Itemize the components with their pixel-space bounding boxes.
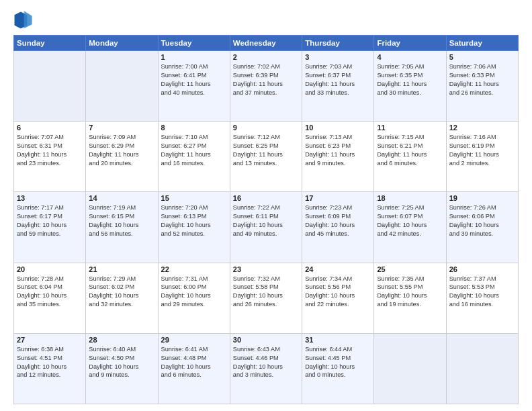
day-number: 2 <box>233 53 299 61</box>
cell-info-line: Sunset: 6:13 PM <box>161 212 227 221</box>
cell-info-line: and 2 minutes. <box>449 159 515 168</box>
cell-info-line: and 45 minutes. <box>305 230 371 238</box>
cell-info-line: and 22 minutes. <box>305 300 371 309</box>
cell-info-line: Sunset: 4:51 PM <box>17 354 83 363</box>
cell-info-line: Daylight: 11 hours <box>161 80 227 89</box>
day-number: 10 <box>305 124 371 132</box>
cell-info-line: and 56 minutes. <box>89 230 154 238</box>
calendar-cell: 13Sunrise: 7:17 AMSunset: 6:17 PMDayligh… <box>14 192 86 263</box>
day-number: 19 <box>449 194 515 202</box>
cell-info-line: and 26 minutes. <box>449 89 515 97</box>
cell-info-line: Daylight: 10 hours <box>89 363 154 371</box>
cell-info-line: Sunrise: 7:05 AM <box>377 62 443 71</box>
cell-info-line: Daylight: 11 hours <box>377 150 443 159</box>
cell-info-line: Daylight: 10 hours <box>89 221 154 230</box>
calendar-cell: 20Sunrise: 7:28 AMSunset: 6:04 PMDayligh… <box>14 263 86 333</box>
cell-info-line: Sunset: 6:41 PM <box>161 71 227 80</box>
day-number: 6 <box>17 124 83 132</box>
calendar-cell: 29Sunrise: 6:41 AMSunset: 4:48 PMDayligh… <box>158 333 230 404</box>
cell-info-line: and 52 minutes. <box>161 230 227 238</box>
calendar-cell: 14Sunrise: 7:19 AMSunset: 6:15 PMDayligh… <box>86 192 158 263</box>
cell-info-line: Daylight: 11 hours <box>449 150 515 159</box>
day-number: 31 <box>305 336 371 344</box>
cell-info-line: Daylight: 10 hours <box>17 291 83 300</box>
cell-info-line: Sunrise: 6:41 AM <box>161 345 227 354</box>
cell-info-line: Sunrise: 7:29 AM <box>89 275 154 283</box>
cell-info-line: and 42 minutes. <box>377 230 443 238</box>
calendar-cell: 4Sunrise: 7:05 AMSunset: 6:35 PMDaylight… <box>374 51 446 122</box>
cell-info-line: Sunrise: 6:43 AM <box>233 345 299 354</box>
day-number: 17 <box>305 194 371 202</box>
calendar-cell: 30Sunrise: 6:43 AMSunset: 4:46 PMDayligh… <box>230 333 302 404</box>
cell-info-line: Sunrise: 7:31 AM <box>161 275 227 283</box>
day-number: 13 <box>17 194 83 202</box>
cell-info-line: Daylight: 10 hours <box>305 291 371 300</box>
day-number: 8 <box>161 124 227 132</box>
cell-info-line: and 37 minutes. <box>233 89 299 97</box>
cell-info-line: Sunset: 4:50 PM <box>89 354 154 363</box>
cell-info-line: Daylight: 10 hours <box>233 291 299 300</box>
cell-info-line: Daylight: 10 hours <box>377 291 443 300</box>
calendar-header-monday: Monday <box>86 36 158 51</box>
calendar-cell: 3Sunrise: 7:03 AMSunset: 6:37 PMDaylight… <box>302 51 374 122</box>
calendar-cell: 8Sunrise: 7:10 AMSunset: 6:27 PMDaylight… <box>158 122 230 192</box>
calendar-cell: 27Sunrise: 6:38 AMSunset: 4:51 PMDayligh… <box>14 333 86 404</box>
calendar-week-row: 1Sunrise: 7:00 AMSunset: 6:41 PMDaylight… <box>14 51 519 122</box>
calendar-cell: 25Sunrise: 7:35 AMSunset: 5:55 PMDayligh… <box>374 263 446 333</box>
cell-info-line: Sunset: 4:48 PM <box>161 354 227 363</box>
cell-info-line: Sunset: 5:53 PM <box>449 283 515 291</box>
cell-info-line: Sunset: 6:07 PM <box>377 212 443 221</box>
day-number: 28 <box>89 336 154 344</box>
calendar-cell: 19Sunrise: 7:26 AMSunset: 6:06 PMDayligh… <box>446 192 518 263</box>
cell-info-line: Daylight: 10 hours <box>449 291 515 300</box>
cell-info-line: Sunrise: 7:19 AM <box>89 203 154 212</box>
cell-info-line: Daylight: 11 hours <box>161 150 227 159</box>
calendar-week-row: 27Sunrise: 6:38 AMSunset: 4:51 PMDayligh… <box>14 333 519 404</box>
cell-info-line: Sunset: 6:19 PM <box>449 142 515 150</box>
cell-info-line: Daylight: 10 hours <box>305 363 371 371</box>
cell-info-line: Sunset: 6:23 PM <box>305 142 371 150</box>
cell-info-line: Sunset: 6:29 PM <box>89 142 154 150</box>
calendar-header-wednesday: Wednesday <box>230 36 302 51</box>
cell-info-line: and 40 minutes. <box>161 89 227 97</box>
day-number: 27 <box>17 336 83 344</box>
day-number: 24 <box>305 265 371 273</box>
logo <box>13 11 35 30</box>
calendar-cell: 31Sunrise: 6:44 AMSunset: 4:45 PMDayligh… <box>302 333 374 404</box>
cell-info-line: Sunrise: 7:09 AM <box>89 133 154 142</box>
calendar-week-row: 20Sunrise: 7:28 AMSunset: 6:04 PMDayligh… <box>14 263 519 333</box>
cell-info-line: Daylight: 10 hours <box>17 363 83 371</box>
cell-info-line: Sunset: 6:27 PM <box>161 142 227 150</box>
calendar-cell: 11Sunrise: 7:15 AMSunset: 6:21 PMDayligh… <box>374 122 446 192</box>
calendar-cell: 18Sunrise: 7:25 AMSunset: 6:07 PMDayligh… <box>374 192 446 263</box>
cell-info-line: and 9 minutes. <box>305 159 371 168</box>
cell-info-line: and 26 minutes. <box>233 300 299 309</box>
cell-info-line: Daylight: 10 hours <box>233 221 299 230</box>
page: SundayMondayTuesdayWednesdayThursdayFrid… <box>0 0 532 411</box>
cell-info-line: Sunset: 4:45 PM <box>305 354 371 363</box>
cell-info-line: Sunrise: 7:16 AM <box>449 133 515 142</box>
calendar-header-row: SundayMondayTuesdayWednesdayThursdayFrid… <box>14 36 519 51</box>
cell-info-line: Daylight: 11 hours <box>233 150 299 159</box>
cell-info-line: Sunrise: 7:00 AM <box>161 62 227 71</box>
cell-info-line: Sunset: 6:31 PM <box>17 142 83 150</box>
calendar-cell: 28Sunrise: 6:40 AMSunset: 4:50 PMDayligh… <box>86 333 158 404</box>
cell-info-line: Sunrise: 7:35 AM <box>377 275 443 283</box>
svg-marker-3 <box>24 11 32 28</box>
cell-info-line: Sunset: 6:33 PM <box>449 71 515 80</box>
calendar-cell: 12Sunrise: 7:16 AMSunset: 6:19 PMDayligh… <box>446 122 518 192</box>
cell-info-line: Daylight: 10 hours <box>233 363 299 371</box>
cell-info-line: Sunrise: 7:02 AM <box>233 62 299 71</box>
cell-info-line: Daylight: 11 hours <box>377 80 443 89</box>
calendar-cell: 16Sunrise: 7:22 AMSunset: 6:11 PMDayligh… <box>230 192 302 263</box>
calendar-cell <box>86 51 158 122</box>
cell-info-line: Sunrise: 6:40 AM <box>89 345 154 354</box>
calendar-cell <box>14 51 86 122</box>
cell-info-line: Daylight: 10 hours <box>377 221 443 230</box>
day-number: 11 <box>377 124 443 132</box>
cell-info-line: Daylight: 10 hours <box>161 221 227 230</box>
cell-info-line: Sunset: 6:35 PM <box>377 71 443 80</box>
logo-icon <box>13 11 32 30</box>
calendar-header-friday: Friday <box>374 36 446 51</box>
cell-info-line: Sunrise: 7:03 AM <box>305 62 371 71</box>
